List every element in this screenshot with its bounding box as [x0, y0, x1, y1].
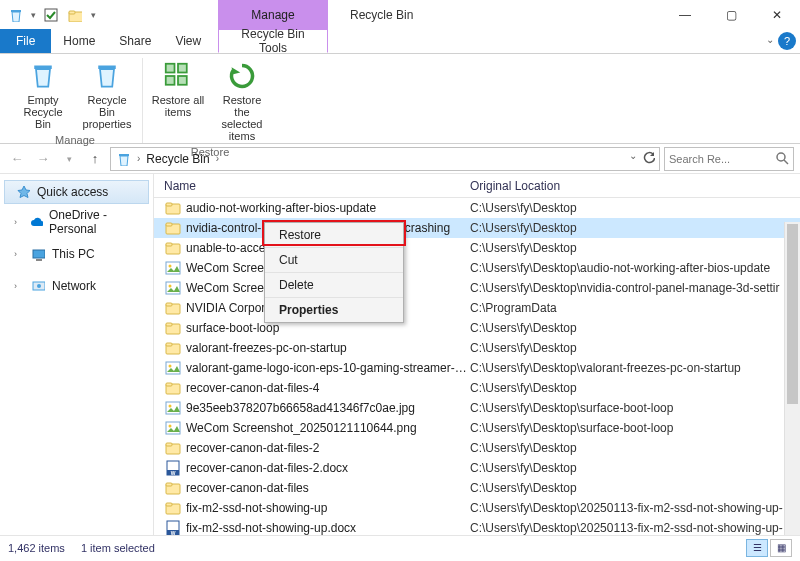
nav-quick-access[interactable]: Quick access	[4, 180, 149, 204]
file-original-location: C:\Users\fy\Desktop\nvidia-control-panel…	[470, 281, 800, 295]
nav-this-pc[interactable]: › This PC	[0, 242, 153, 266]
recycle-bin-properties-button[interactable]: Recycle Bin properties	[78, 58, 136, 132]
empty-recycle-bin-label: Empty Recycle Bin	[16, 94, 70, 130]
column-header-original-location[interactable]: Original Location	[470, 179, 800, 193]
nav-onedrive[interactable]: › OneDrive - Personal	[0, 210, 153, 234]
breadcrumb-recycle-bin[interactable]: Recycle Bin	[146, 152, 209, 166]
qat-recycle-bin-icon[interactable]	[4, 4, 26, 26]
home-tab[interactable]: Home	[51, 29, 107, 53]
file-row[interactable]: WeCom Screenshot_...C:\Users\fy\Desktop\…	[154, 278, 800, 298]
file-row[interactable]: surface-boot-loopC:\Users\fy\Desktop	[154, 318, 800, 338]
file-original-location: C:\Users\fy\Desktop\valorant-freezes-pc-…	[470, 361, 800, 375]
minimize-button[interactable]: —	[662, 0, 708, 30]
context-menu-delete[interactable]: Delete	[265, 273, 403, 298]
file-row[interactable]: audio-not-working-after-bios-updateC:\Us…	[154, 198, 800, 218]
file-row[interactable]: WeCom Screenshot_20250121110644.pngC:\Us…	[154, 418, 800, 438]
view-tab[interactable]: View	[163, 29, 213, 53]
details-view-button[interactable]: ☰	[746, 539, 768, 557]
recycle-bin-tools-tab[interactable]: Recycle Bin Tools	[218, 29, 328, 53]
file-original-location: C:\Users\fy\Desktop\20250113-fix-m2-ssd-…	[470, 501, 800, 515]
qat-dropdown-1[interactable]: ▾	[28, 10, 38, 20]
img-icon	[164, 260, 182, 276]
breadcrumb-sep-1[interactable]: ›	[216, 153, 219, 164]
column-header-name[interactable]: Name	[164, 179, 470, 193]
file-name: recover-canon-dat-files	[186, 481, 470, 495]
file-row[interactable]: nvidia-control-panel-manage-3d-settings-…	[154, 218, 800, 238]
address-history-dropdown-icon[interactable]: ⌄	[629, 150, 637, 168]
file-name: recover-canon-dat-files-2	[186, 441, 470, 455]
network-icon	[30, 278, 46, 294]
window-title: Recycle Bin	[350, 0, 413, 30]
file-row[interactable]: 9e35eeb378207b66658ad41346f7c0ae.jpgC:\U…	[154, 398, 800, 418]
file-row[interactable]: NVIDIA CorporationC:\ProgramData	[154, 298, 800, 318]
collapse-ribbon-button[interactable]: ⌄	[766, 34, 774, 45]
file-row[interactable]: recover-canon-dat-files-2.docxC:\Users\f…	[154, 458, 800, 478]
img-icon	[164, 400, 182, 416]
search-icon	[775, 151, 789, 167]
search-input[interactable]: Search Re...	[664, 147, 794, 171]
context-menu-restore[interactable]: Restore	[265, 223, 403, 248]
nav-forward-button[interactable]: →	[32, 148, 54, 170]
nav-back-button[interactable]: ←	[6, 148, 28, 170]
restore-selected-icon	[226, 60, 258, 92]
chevron-right-icon[interactable]: ›	[14, 249, 24, 259]
nav-history-dropdown[interactable]: ▾	[58, 148, 80, 170]
img-icon	[164, 280, 182, 296]
folder-icon	[164, 440, 182, 456]
context-tab-header: Manage	[218, 0, 328, 30]
file-row[interactable]: fix-m2-ssd-not-showing-up.docxC:\Users\f…	[154, 518, 800, 535]
restore-selected-items-button[interactable]: Restore the selected items	[213, 58, 271, 144]
thumbnails-view-button[interactable]: ▦	[770, 539, 792, 557]
nav-onedrive-label: OneDrive - Personal	[49, 208, 145, 236]
file-original-location: C:\Users\fy\Desktop\surface-boot-loop	[470, 401, 800, 415]
file-row[interactable]: recover-canon-dat-filesC:\Users\fy\Deskt…	[154, 478, 800, 498]
file-row[interactable]: valorant-game-logo-icon-eps-10-gaming-st…	[154, 358, 800, 378]
file-name: fix-m2-ssd-not-showing-up	[186, 501, 470, 515]
file-name: valorant-game-logo-icon-eps-10-gaming-st…	[186, 361, 470, 375]
file-row[interactable]: unable-to-access-...C:\Users\fy\Desktop	[154, 238, 800, 258]
file-original-location: C:\Users\fy\Desktop	[470, 201, 800, 215]
doc-icon	[164, 520, 182, 535]
scrollbar-thumb[interactable]	[787, 224, 798, 404]
file-row[interactable]: valorant-freezes-pc-on-startupC:\Users\f…	[154, 338, 800, 358]
folder-icon	[164, 320, 182, 336]
share-tab[interactable]: Share	[107, 29, 163, 53]
nav-up-button[interactable]: ↑	[84, 148, 106, 170]
context-menu-cut[interactable]: Cut	[265, 248, 403, 273]
file-name: 9e35eeb378207b66658ad41346f7c0ae.jpg	[186, 401, 470, 415]
qat-customize-dropdown[interactable]: ▾	[88, 10, 98, 20]
file-row[interactable]: fix-m2-ssd-not-showing-upC:\Users\fy\Des…	[154, 498, 800, 518]
empty-recycle-bin-button[interactable]: Empty Recycle Bin	[14, 58, 72, 132]
help-button[interactable]: ?	[778, 32, 796, 50]
address-bar[interactable]: › Recycle Bin › ⌄	[110, 147, 660, 171]
file-name: recover-canon-dat-files-2.docx	[186, 461, 470, 475]
img-icon	[164, 360, 182, 376]
restore-all-icon	[162, 60, 194, 92]
file-original-location: C:\Users\fy\Desktop\surface-boot-loop	[470, 421, 800, 435]
maximize-button[interactable]: ▢	[708, 0, 754, 30]
cloud-icon	[29, 214, 43, 230]
pc-icon	[30, 246, 46, 262]
file-original-location: C:\Users\fy\Desktop	[470, 321, 800, 335]
qat-new-folder-icon[interactable]	[64, 4, 86, 26]
file-original-location: C:\Users\fy\Desktop\audio-not-working-af…	[470, 261, 800, 275]
file-row[interactable]: recover-canon-dat-files-2C:\Users\fy\Des…	[154, 438, 800, 458]
context-menu-properties[interactable]: Properties	[265, 298, 403, 322]
file-row[interactable]: WeCom Screenshot_...C:\Users\fy\Desktop\…	[154, 258, 800, 278]
qat-properties-check-icon[interactable]	[40, 4, 62, 26]
close-button[interactable]: ✕	[754, 0, 800, 30]
file-name: audio-not-working-after-bios-update	[186, 201, 470, 215]
file-original-location: C:\Users\fy\Desktop	[470, 381, 800, 395]
restore-all-items-button[interactable]: Restore all items	[149, 58, 207, 144]
file-row[interactable]: recover-canon-dat-files-4C:\Users\fy\Des…	[154, 378, 800, 398]
file-original-location: C:\Users\fy\Desktop	[470, 241, 800, 255]
nav-network-label: Network	[52, 279, 96, 293]
restore-selected-label: Restore the selected items	[215, 94, 269, 142]
breadcrumb-sep-0[interactable]: ›	[137, 153, 140, 164]
chevron-right-icon[interactable]: ›	[14, 217, 23, 227]
nav-network[interactable]: › Network	[0, 274, 153, 298]
refresh-icon[interactable]	[641, 150, 655, 168]
chevron-right-icon[interactable]: ›	[14, 281, 24, 291]
vertical-scrollbar[interactable]	[784, 222, 800, 535]
file-tab[interactable]: File	[0, 29, 51, 53]
